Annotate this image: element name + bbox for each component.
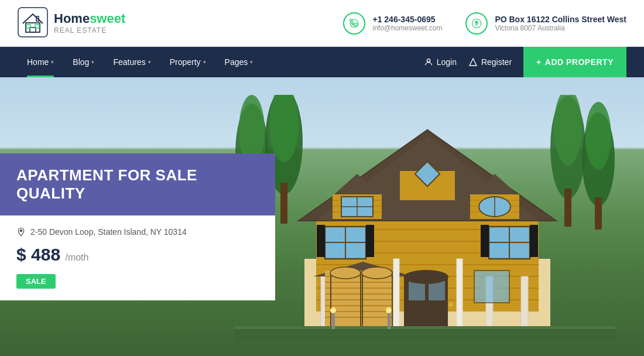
svg-point-8 xyxy=(476,22,477,23)
svg-rect-87 xyxy=(564,189,571,227)
svg-rect-55 xyxy=(481,225,489,257)
contact-phone: +1 246-345-0695 info@homesweet.com xyxy=(343,12,442,35)
address-line1: PO Box 16122 Collins Street West xyxy=(495,15,626,24)
contact-area: +1 246-345-0695 info@homesweet.com PO Bo… xyxy=(343,12,626,35)
chevron-down-icon: ▾ xyxy=(51,59,54,65)
svg-rect-16 xyxy=(280,183,287,224)
nav-right: Login Register + ADD PROPERTY xyxy=(424,47,626,77)
login-button[interactable]: Login xyxy=(424,57,457,67)
nav-blog[interactable]: Blog ▾ xyxy=(63,47,104,77)
address-line2: Victoria 8007 Australia xyxy=(495,24,626,32)
chevron-down-icon: ▾ xyxy=(250,59,253,65)
svg-rect-84 xyxy=(234,329,615,341)
logo-icon xyxy=(18,7,48,40)
hero-house-illustration xyxy=(234,95,615,341)
svg-rect-50 xyxy=(317,225,325,257)
price-symbol: $ xyxy=(16,245,26,264)
svg-point-72 xyxy=(362,267,392,279)
logo-sweet: sweet xyxy=(90,11,125,26)
svg-rect-82 xyxy=(474,271,509,303)
location-icon xyxy=(465,12,488,35)
svg-rect-81 xyxy=(521,276,528,329)
hero-section: APARTMENT FOR SALE QUALITY 2-50 Devon Lo… xyxy=(0,77,644,356)
svg-rect-56 xyxy=(530,225,538,257)
email-address: info@homesweet.com xyxy=(372,24,442,32)
property-card: APARTMENT FOR SALE QUALITY 2-50 Devon Lo… xyxy=(0,153,275,300)
nav-home[interactable]: Home ▾ xyxy=(18,47,63,77)
logo-text: Homesweet Real Estate xyxy=(54,12,125,34)
logo-home: Home xyxy=(54,11,90,26)
nav-features[interactable]: Features ▾ xyxy=(104,47,160,77)
svg-rect-51 xyxy=(366,225,374,257)
phone-icon xyxy=(343,12,365,35)
svg-rect-91 xyxy=(332,312,335,329)
svg-rect-79 xyxy=(457,259,463,329)
property-price: $ 488 /moth xyxy=(16,245,259,265)
phone-details: +1 246-345-0695 info@homesweet.com xyxy=(372,15,442,32)
location-pin-icon xyxy=(16,227,26,237)
svg-rect-90 xyxy=(595,197,602,230)
svg-point-76 xyxy=(448,302,453,307)
logo-subtitle: Real Estate xyxy=(54,26,125,35)
nav-property[interactable]: Property ▾ xyxy=(160,47,215,77)
property-address: 2-50 Devon Loop, Staten Island, NY 10314 xyxy=(16,227,259,237)
svg-point-94 xyxy=(386,307,392,313)
nav-bar: Home ▾ Blog ▾ Features ▾ Property ▾ Page… xyxy=(0,47,644,77)
svg-rect-78 xyxy=(393,259,399,329)
price-period: /moth xyxy=(65,252,88,262)
contact-address: PO Box 16122 Collins Street West Victori… xyxy=(465,12,626,35)
chevron-down-icon: ▾ xyxy=(148,59,151,65)
svg-point-92 xyxy=(330,307,336,313)
plus-icon: + xyxy=(536,57,542,67)
address-details: PO Box 16122 Collins Street West Victori… xyxy=(495,15,626,32)
svg-point-71 xyxy=(330,267,361,279)
svg-point-77 xyxy=(404,270,448,284)
top-bar: Homesweet Real Estate +1 246-345-0695 in… xyxy=(0,0,644,47)
svg-point-9 xyxy=(427,59,430,62)
price-amount: 488 xyxy=(31,245,60,264)
sale-badge: SALE xyxy=(16,274,56,289)
svg-rect-93 xyxy=(388,312,390,329)
logo[interactable]: Homesweet Real Estate xyxy=(18,7,125,40)
property-title: APARTMENT FOR SALE QUALITY xyxy=(16,166,259,203)
nav-pages[interactable]: Pages ▾ xyxy=(215,47,263,77)
svg-point-95 xyxy=(20,230,22,232)
property-card-body: 2-50 Devon Loop, Staten Island, NY 10314… xyxy=(0,215,275,300)
property-card-header: APARTMENT FOR SALE QUALITY xyxy=(0,153,275,215)
phone-number: +1 246-345-0695 xyxy=(372,15,442,24)
chevron-down-icon: ▾ xyxy=(91,59,94,65)
register-button[interactable]: Register xyxy=(468,57,512,67)
chevron-down-icon: ▾ xyxy=(203,59,206,65)
add-property-button[interactable]: + ADD PROPERTY xyxy=(523,47,626,77)
nav-left: Home ▾ Blog ▾ Features ▾ Property ▾ Page… xyxy=(18,47,262,77)
svg-point-89 xyxy=(585,102,611,170)
